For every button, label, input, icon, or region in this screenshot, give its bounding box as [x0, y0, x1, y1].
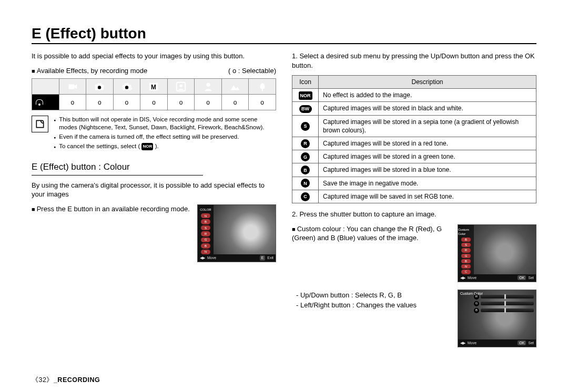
svg-rect-6	[125, 83, 128, 85]
th-icon: Icon	[292, 76, 319, 89]
svg-text:P: P	[129, 87, 132, 91]
lcd2b-arrows-icon: ◀▶	[460, 341, 465, 345]
mode-portrait-icon	[195, 79, 222, 95]
step2-text: 2. Press the shutter button to capture a…	[292, 210, 536, 219]
effect-sepia-icon: S	[301, 122, 310, 131]
lcd-preview-custom2: Custom Color R G B ◀▶ Move OK Set	[458, 290, 536, 347]
press-e-text: Press the E button in an available recor…	[32, 204, 191, 262]
lcd2a-arrows-icon: ◀▶	[460, 275, 465, 280]
step1-text: 1. Select a desired sub menu by pressing…	[292, 51, 536, 70]
svg-text:M: M	[151, 83, 157, 90]
modes-cell: o	[140, 95, 168, 110]
modes-cell: o	[249, 95, 276, 110]
left-column: It is possible to add special effects to…	[32, 51, 276, 347]
selectable-legend: ( o : Selectable)	[228, 66, 276, 76]
effect-custom-desc: Captured image will be saved in set RGB …	[319, 190, 536, 203]
note-icon	[32, 116, 48, 132]
available-effects-label: Available Effects, by recording mode	[32, 66, 147, 76]
custom-colour-label: Custom colour : You can change the R (Re…	[292, 224, 451, 243]
lcd2a-ok-key: OK	[518, 275, 526, 280]
note-item-3b: ).	[153, 143, 158, 149]
mode-auto-icon	[86, 79, 114, 95]
modes-cell: o	[86, 95, 114, 110]
svg-point-11	[179, 84, 182, 87]
effect-custom-icon: C	[301, 192, 310, 201]
lcd-preview-colour: COLOR NBSRGBN ◀▶ Move E Exit	[197, 204, 276, 262]
lcd1-exit-key: E	[260, 255, 266, 260]
lcd1-exit: Exit	[267, 255, 273, 260]
th-desc: Description	[319, 76, 536, 89]
modes-corner-cell	[32, 79, 59, 95]
slider-r-icon: R	[474, 294, 479, 300]
svg-point-5	[125, 86, 128, 89]
effects-description-table: Icon Description NORNo effect is added t…	[292, 75, 536, 203]
lcd1-sidebar-title: COLOR	[200, 207, 211, 212]
mode-movie-icon	[59, 79, 86, 95]
svg-rect-3	[98, 83, 102, 85]
lcd2b-ok-key: OK	[518, 341, 526, 345]
leftright-text: - Left/Right button : Changes the values	[296, 301, 451, 310]
effect-green-desc: Captured images will be stored in a gree…	[319, 150, 536, 163]
effect-negative-icon: N	[301, 179, 310, 188]
mode-effect-icon	[32, 95, 59, 110]
mode-landscape-icon	[221, 79, 249, 95]
effect-blue-desc: Captured images will be stored in a blue…	[319, 163, 536, 177]
effect-red-desc: Captured images will be stored in a red …	[319, 137, 536, 150]
effect-sepia-desc: Captured images will be stored in a sepi…	[319, 115, 536, 137]
lcd2a-move: Move	[468, 275, 476, 280]
effect-blue-icon: B	[301, 166, 310, 174]
updown-text: - Up/Down button : Selects R, G, B	[296, 291, 451, 300]
effect-nor-icon: NOR	[299, 91, 312, 100]
mode-program-icon: P	[113, 79, 140, 95]
lcd2b-move: Move	[468, 341, 476, 345]
colour-heading: E (Effect) button : Colour	[32, 161, 203, 176]
note-box: This button will not operate in DIS, Voi…	[32, 116, 276, 152]
page-title: E (Effect) button	[32, 25, 536, 44]
effect-negative-desc: Save the image in negative mode.	[319, 177, 536, 190]
lcd2b-set: Set	[528, 341, 534, 345]
modes-cell: o	[221, 95, 249, 110]
modes-cell: o	[195, 95, 222, 110]
mode-macro-icon	[249, 79, 276, 95]
lcd1-move: Move	[207, 255, 216, 260]
slider-g-icon: G	[474, 301, 479, 306]
modes-cell: o	[59, 95, 86, 110]
modes-cell: o	[113, 95, 140, 110]
intro-text: It is possible to add special effects to…	[32, 51, 276, 61]
note-item-2: Even if the camera is turned off, the ef…	[59, 133, 239, 141]
lcd1-arrows-icon: ◀▶	[200, 255, 205, 260]
effect-bw-icon: BW	[299, 105, 312, 113]
lcd2a-set: Set	[528, 275, 534, 280]
effect-red-icon: R	[301, 139, 310, 148]
lcd-preview-custom1: Custom Color BSRGBNC ◀▶ Move OK Set	[458, 224, 536, 282]
nor-chip-icon: NOR	[141, 143, 153, 150]
svg-rect-13	[262, 88, 263, 91]
svg-point-2	[98, 86, 101, 89]
colour-intro: By using the camera's digital processor,…	[32, 181, 276, 199]
svg-rect-0	[69, 84, 75, 89]
note-item-3a: To cancel the settings, select (	[59, 143, 141, 149]
mode-face-icon	[167, 79, 195, 95]
page-number: 《32》	[32, 376, 54, 384]
effect-nor-desc: No effect is added to the image.	[319, 89, 536, 102]
modes-cell: o	[167, 95, 195, 110]
slider-b-icon: B	[474, 308, 479, 313]
svg-point-12	[206, 82, 210, 86]
effect-bw-desc: Captured images will be stored in black …	[319, 102, 536, 115]
lcd2a-title: Custom Color	[458, 227, 474, 236]
modes-table: P M o o o o o o o o	[32, 78, 276, 110]
page-footer: 《32》_RECORDING	[32, 376, 100, 385]
effect-green-icon: G	[301, 152, 310, 161]
section-name: _RECORDING	[54, 376, 100, 384]
mode-manual-icon: M	[140, 79, 168, 95]
right-column: 1. Select a desired sub menu by pressing…	[292, 51, 536, 347]
note-item-1: This button will not operate in DIS, Voi…	[59, 116, 276, 131]
